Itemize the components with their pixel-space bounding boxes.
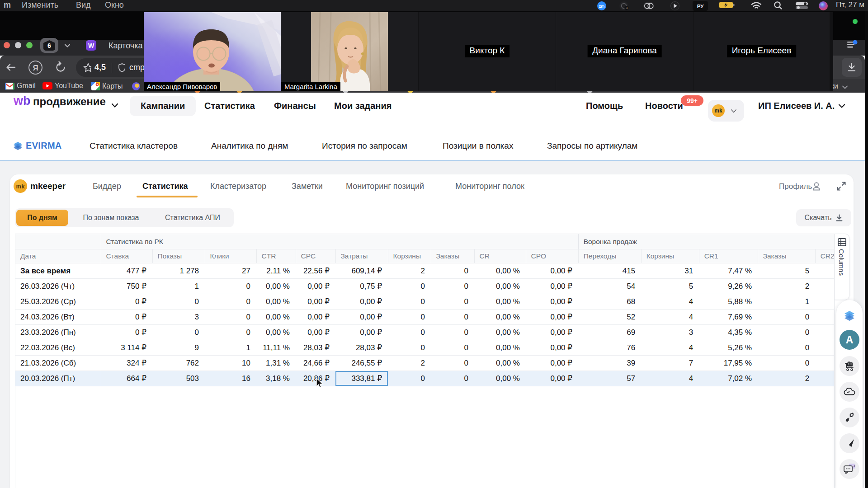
table-cell[interactable]: 0,00 ₽: [526, 294, 578, 310]
table-cell[interactable]: 0: [758, 356, 815, 371]
column-header[interactable]: Корзины: [641, 249, 699, 263]
table-cell[interactable]: 0,00 ₽: [526, 371, 578, 386]
tab-list-chevron-icon[interactable]: [63, 42, 71, 50]
account-avatar-button[interactable]: mk: [708, 100, 744, 122]
selected-cell[interactable]: 333,81 ₽: [335, 371, 388, 386]
table-cell[interactable]: 10: [205, 356, 256, 371]
table-cell[interactable]: 0: [758, 325, 815, 340]
table-row[interactable]: 21.03.2026 (Сб)324 ₽762101,31 %24,66 ₽24…: [15, 356, 835, 371]
table-cell[interactable]: 11,11 %: [256, 340, 296, 356]
search-icon[interactable]: [774, 1, 783, 10]
table-cell[interactable]: 24.03.2026 (Вт): [15, 310, 101, 325]
table-row[interactable]: 20.03.2026 (Пт)664 ₽503163,18 %20,86 ₽33…: [15, 371, 835, 386]
table-cell[interactable]: 0: [431, 263, 474, 279]
table-cell[interactable]: 4: [641, 310, 699, 325]
table-cell[interactable]: 22.03.2026 (Вс): [15, 340, 101, 356]
table-cell[interactable]: 0,00 %: [474, 294, 526, 310]
table-cell[interactable]: 9: [152, 340, 205, 356]
table-cell[interactable]: 0: [388, 279, 431, 294]
column-header[interactable]: CR1: [699, 249, 758, 263]
table-cell[interactable]: [815, 263, 835, 279]
table-cell[interactable]: 39: [578, 356, 641, 371]
plug-icon[interactable]: [840, 408, 859, 427]
wb-logo[interactable]: wb: [14, 94, 31, 108]
table-cell[interactable]: 0,00 %: [474, 371, 526, 386]
table-cell[interactable]: 0: [431, 294, 474, 310]
profile-button[interactable]: Профиль: [779, 182, 812, 191]
yandex-home-icon[interactable]: Я: [28, 60, 43, 75]
table-cell[interactable]: 0,00 %: [474, 325, 526, 340]
table-cell[interactable]: 0: [205, 294, 256, 310]
table-cell[interactable]: 0,00 ₽: [296, 325, 335, 340]
column-header[interactable]: Корзины: [388, 249, 431, 263]
table-cell[interactable]: 0,75 ₽: [335, 279, 388, 294]
table-row[interactable]: 23.03.2026 (Пн)0 ₽000,00 %0,00 ₽0,00 ₽00…: [15, 325, 835, 340]
table-cell[interactable]: 0: [388, 310, 431, 325]
evirma-logo-icon[interactable]: [12, 140, 24, 151]
table-cell[interactable]: [815, 310, 835, 325]
bookmark-maps[interactable]: Карты: [91, 82, 123, 90]
table-cell[interactable]: 0 ₽: [101, 294, 152, 310]
table-cell[interactable]: 0,00 ₽: [335, 310, 388, 325]
account-name[interactable]: ИП Елисеев И. А.: [758, 101, 835, 111]
table-cell[interactable]: 31: [641, 263, 699, 279]
table-cell[interactable]: 0: [758, 340, 815, 356]
mkeeper-tab-shelf-monitoring[interactable]: Мониторинг полок: [455, 182, 524, 191]
table-cell[interactable]: 750 ₽: [101, 279, 152, 294]
table-cell[interactable]: 17,95 %: [699, 356, 758, 371]
participant-tile-novideo[interactable]: Диана Гарипова: [556, 12, 693, 91]
table-cell[interactable]: [815, 279, 835, 294]
address-bar[interactable]: 4,5 cmp: [76, 58, 145, 77]
table-cell[interactable]: 7,69 %: [699, 310, 758, 325]
wb-brand[interactable]: продвижение: [33, 95, 106, 108]
table-cell[interactable]: 0: [152, 294, 205, 310]
table-row[interactable]: 22.03.2026 (Вс)3 114 ₽9111,11 %28,03 ₽28…: [15, 340, 835, 356]
menu-item-window[interactable]: Окно: [105, 0, 124, 10]
table-cell[interactable]: 0,00 %: [474, 263, 526, 279]
table-cell[interactable]: 0 ₽: [101, 310, 152, 325]
table-cell[interactable]: 0: [431, 310, 474, 325]
table-cell[interactable]: 0: [388, 325, 431, 340]
table-cell[interactable]: 27: [205, 263, 256, 279]
table-cell[interactable]: 0,00 ₽: [526, 340, 578, 356]
table-cell[interactable]: 0: [205, 325, 256, 340]
column-header[interactable]: Клики: [205, 249, 256, 263]
table-cell[interactable]: 28,03 ₽: [335, 340, 388, 356]
menubar-clock[interactable]: Пт, 27 м: [836, 0, 864, 9]
table-cell[interactable]: 54: [578, 279, 641, 294]
control-center-icon[interactable]: [796, 2, 808, 9]
table-cell[interactable]: [815, 371, 835, 386]
table-cell[interactable]: 57: [578, 371, 641, 386]
table-cell[interactable]: За все время: [15, 263, 101, 279]
table-cell[interactable]: 0,00 %: [256, 279, 296, 294]
table-cell[interactable]: 22,56 ₽: [296, 263, 335, 279]
table-cell[interactable]: 16: [205, 371, 256, 386]
table-cell[interactable]: 609,14 ₽: [335, 263, 388, 279]
table-cell[interactable]: [815, 340, 835, 356]
column-header[interactable]: Заказы: [431, 249, 474, 263]
table-cell[interactable]: 52: [578, 310, 641, 325]
mkeeper-tab-notes[interactable]: Заметки: [292, 182, 323, 191]
table-cell[interactable]: 0: [152, 325, 205, 340]
table-cell[interactable]: 0,00 ₽: [296, 279, 335, 294]
table-cell[interactable]: 664 ₽: [101, 371, 152, 386]
participant-tile-novideo[interactable]: Игорь Елисеев: [693, 12, 830, 91]
table-cell[interactable]: 0,00 ₽: [526, 263, 578, 279]
siri-icon[interactable]: [818, 1, 828, 11]
table-cell[interactable]: 0: [205, 279, 256, 294]
table-cell[interactable]: 0: [431, 340, 474, 356]
table-cell[interactable]: 4: [641, 371, 699, 386]
bookmark-favicon[interactable]: [132, 82, 140, 90]
table-cell[interactable]: 415: [578, 263, 641, 279]
column-header[interactable]: CTR: [256, 249, 296, 263]
battery-icon[interactable]: [719, 2, 736, 9]
evirma-logo-icon[interactable]: [840, 305, 859, 325]
table-cell[interactable]: 0,00 ₽: [526, 310, 578, 325]
active-tab-title[interactable]: Карточка т: [108, 41, 149, 51]
evirma-item-queries[interactable]: Запросы по артикулам: [547, 141, 637, 151]
participant-tile-video[interactable]: Александр Пивоваров: [144, 12, 281, 91]
column-header[interactable]: CR2: [815, 249, 835, 263]
table-cell[interactable]: 324 ₽: [101, 356, 152, 371]
table-cell[interactable]: 0: [431, 279, 474, 294]
table-cell[interactable]: 76: [578, 340, 641, 356]
